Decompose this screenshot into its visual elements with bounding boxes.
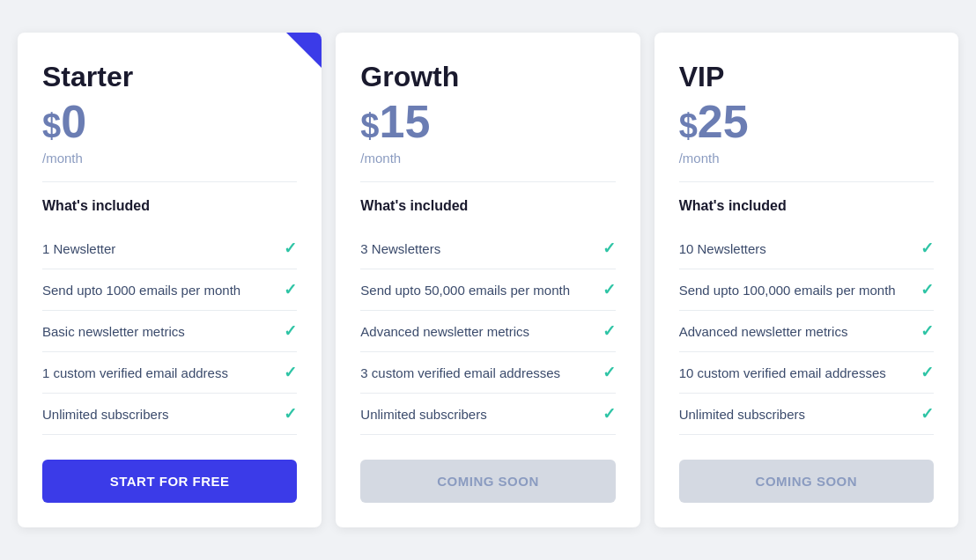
feature-list-growth: 3 Newsletters✓Send upto 50,000 emails pe… (360, 228, 615, 435)
plan-card-growth: Growth$15/monthWhat's included3 Newslett… (336, 33, 640, 527)
currency-symbol: $ (42, 107, 61, 144)
whats-included-label-vip: What's included (679, 198, 934, 214)
check-icon: ✓ (284, 363, 297, 382)
feature-text: Unlimited subscribers (360, 407, 486, 422)
check-icon: ✓ (603, 321, 616, 341)
feature-text: Unlimited subscribers (42, 407, 168, 422)
check-icon: ✓ (921, 280, 934, 299)
divider-starter (42, 181, 297, 182)
divider-growth (360, 181, 615, 182)
check-icon: ✓ (921, 404, 934, 424)
list-item: 10 custom verified email addresses✓ (679, 352, 934, 394)
list-item: Send upto 50,000 emails per month✓ (360, 269, 615, 311)
divider-vip (679, 181, 934, 182)
list-item: Send upto 1000 emails per month✓ (42, 269, 297, 311)
feature-text: 10 custom verified email addresses (679, 365, 886, 380)
check-icon: ✓ (603, 404, 616, 424)
check-icon: ✓ (284, 280, 297, 299)
plan-price-starter: $0 (42, 97, 297, 147)
whats-included-label-starter: What's included (42, 198, 297, 214)
check-icon: ✓ (284, 239, 297, 258)
plan-button-growth: COMING SOON (360, 460, 615, 503)
check-icon: ✓ (603, 363, 616, 382)
list-item: 1 Newsletter✓ (42, 228, 297, 269)
pricing-container: Starter$0/monthWhat's included1 Newslett… (18, 33, 958, 527)
plan-card-vip: VIP$25/monthWhat's included10 Newsletter… (654, 33, 958, 527)
plan-name-starter: Starter (42, 61, 297, 93)
list-item: Advanced newsletter metrics✓ (679, 311, 934, 352)
plan-button-vip: COMING SOON (679, 460, 934, 503)
plan-button-starter[interactable]: START FOR FREE (42, 460, 297, 503)
check-icon: ✓ (284, 404, 297, 424)
feature-list-starter: 1 Newsletter✓Send upto 1000 emails per m… (42, 228, 297, 435)
list-item: Unlimited subscribers✓ (360, 394, 615, 435)
plan-name-growth: Growth (360, 61, 615, 93)
list-item: 1 custom verified email address✓ (42, 352, 297, 394)
list-item: 3 Newsletters✓ (360, 228, 615, 269)
feature-text: Send upto 50,000 emails per month (360, 283, 570, 298)
plan-card-starter: Starter$0/monthWhat's included1 Newslett… (18, 33, 322, 527)
feature-list-vip: 10 Newsletters✓Send upto 100,000 emails … (679, 228, 934, 435)
feature-text: Advanced newsletter metrics (360, 324, 529, 339)
list-item: Send upto 100,000 emails per month✓ (679, 269, 934, 311)
plan-period-vip: /month (679, 151, 934, 166)
check-icon: ✓ (921, 239, 934, 258)
plan-price-vip: $25 (679, 97, 934, 147)
list-item: 3 custom verified email addresses✓ (360, 352, 615, 394)
plan-price-growth: $15 (360, 97, 615, 147)
list-item: Advanced newsletter metrics✓ (360, 311, 615, 352)
check-icon: ✓ (284, 321, 297, 341)
currency-symbol: $ (679, 107, 698, 144)
feature-text: Send upto 100,000 emails per month (679, 283, 896, 298)
feature-text: 3 Newsletters (360, 241, 440, 256)
feature-text: Basic newsletter metrics (42, 324, 185, 339)
feature-text: Send upto 1000 emails per month (42, 283, 240, 298)
list-item: Unlimited subscribers✓ (679, 394, 934, 435)
whats-included-label-growth: What's included (360, 198, 615, 214)
feature-text: 3 custom verified email addresses (360, 365, 560, 380)
list-item: Unlimited subscribers✓ (42, 394, 297, 435)
plan-name-vip: VIP (679, 61, 934, 93)
list-item: Basic newsletter metrics✓ (42, 311, 297, 352)
currency-symbol: $ (360, 107, 379, 144)
plan-period-growth: /month (360, 151, 615, 166)
check-icon: ✓ (603, 280, 616, 299)
check-icon: ✓ (921, 363, 934, 382)
check-icon: ✓ (603, 239, 616, 258)
feature-text: 1 Newsletter (42, 241, 115, 256)
list-item: 10 Newsletters✓ (679, 228, 934, 269)
feature-text: 1 custom verified email address (42, 365, 228, 380)
feature-text: Unlimited subscribers (679, 407, 805, 422)
check-icon: ✓ (921, 321, 934, 341)
feature-text: 10 Newsletters (679, 241, 766, 256)
feature-text: Advanced newsletter metrics (679, 324, 848, 339)
plan-period-starter: /month (42, 151, 297, 166)
